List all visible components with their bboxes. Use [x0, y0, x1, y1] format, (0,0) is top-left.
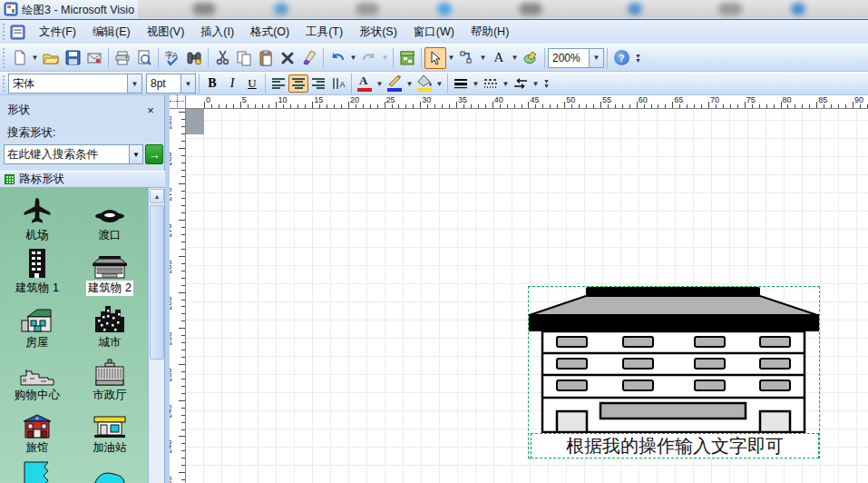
menu-window[interactable]: 窗口(W) — [405, 21, 463, 44]
print-button[interactable] — [112, 47, 133, 69]
mail-button[interactable] — [83, 47, 105, 69]
search-dropdown-icon[interactable]: ▼ — [129, 145, 142, 163]
spelling-button[interactable]: 字A — [161, 47, 183, 69]
new-dropdown[interactable]: ▼ — [30, 48, 40, 68]
line-pattern-dropdown[interactable]: ▼ — [501, 74, 511, 94]
save-disk-icon — [65, 50, 81, 65]
stencil-item-city-hall[interactable]: 市政厅 — [74, 355, 145, 403]
text-tool-dropdown[interactable]: ▼ — [510, 48, 520, 68]
search-input[interactable]: 在此键入搜索条件 ▼ — [4, 144, 143, 164]
copy-button[interactable] — [233, 47, 255, 69]
new-button[interactable] — [8, 47, 30, 69]
connector-tool-button[interactable] — [456, 47, 478, 69]
ferry-icon — [93, 204, 126, 226]
stencil-item-house[interactable]: 房屋 — [2, 302, 73, 350]
line-color-dropdown[interactable]: ▼ — [405, 74, 414, 94]
stencil-item-lake-partial[interactable] — [2, 460, 73, 483]
background-window-blur — [138, 0, 868, 18]
line-color-button[interactable] — [385, 74, 405, 93]
align-right-button[interactable] — [308, 74, 328, 93]
paste-button[interactable] — [255, 47, 277, 69]
research-button[interactable] — [183, 47, 205, 69]
pointer-dropdown[interactable]: ▼ — [446, 48, 456, 68]
drawing-canvas[interactable]: 根据我的操作输入文字即可 — [186, 109, 868, 483]
open-button[interactable] — [40, 47, 62, 69]
redo-button[interactable] — [358, 47, 380, 69]
underline-button[interactable]: U — [242, 74, 262, 93]
align-center-button[interactable] — [288, 74, 308, 93]
building-2-shape[interactable] — [528, 286, 820, 433]
menu-insert[interactable]: 插入(I) — [192, 21, 242, 44]
building-1-icon — [25, 248, 49, 279]
stencil-scrollbar[interactable]: ▲ — [148, 188, 164, 483]
undo-button[interactable] — [327, 47, 348, 69]
menu-shape[interactable]: 形状(S) — [351, 21, 405, 44]
menu-file[interactable]: 文件(F) — [31, 21, 84, 44]
stencil-shape-list: 机场 渡口 建筑物 1 建筑物 2 房屋 城市 — [0, 188, 148, 483]
stencil-item-building-2[interactable]: 建筑物 2 — [74, 248, 145, 296]
line-weight-dropdown[interactable]: ▼ — [471, 74, 481, 94]
font-size-combobox[interactable]: 8pt ▼ — [146, 74, 196, 94]
close-icon[interactable]: × — [143, 104, 158, 117]
menu-tools[interactable]: 工具(T) — [297, 21, 351, 44]
menu-edit[interactable]: 编辑(E) — [84, 21, 139, 44]
scrollbar-thumb[interactable] — [150, 205, 164, 360]
fill-color-dropdown[interactable]: ▼ — [434, 74, 444, 94]
zoom-dropdown-icon[interactable]: ▼ — [589, 49, 603, 67]
menu-view[interactable]: 视图(V) — [139, 21, 193, 44]
toolbar-grip-2[interactable] — [2, 74, 6, 92]
connector-dropdown[interactable]: ▼ — [478, 48, 488, 68]
undo-dropdown[interactable]: ▼ — [348, 48, 358, 68]
print-preview-button[interactable] — [133, 47, 155, 69]
drawing-tool-button[interactable] — [520, 47, 541, 69]
vertical-ruler: 285280275270265260255250245240235 — [170, 109, 186, 483]
zoom-combobox[interactable]: 200% ▼ — [548, 48, 604, 68]
menu-help[interactable]: 帮助(H) — [463, 21, 517, 44]
menu-format[interactable]: 格式(O) — [242, 21, 297, 44]
line-ends-button[interactable] — [511, 74, 531, 93]
font-color-button[interactable]: A — [355, 74, 375, 93]
formatting-toolbar-overflow[interactable]: ▼▼ — [541, 73, 552, 94]
stencil-section-bar[interactable]: 路标形状 — [0, 171, 165, 188]
delete-button[interactable] — [277, 47, 298, 69]
line-weight-button[interactable] — [451, 74, 471, 93]
redo-dropdown[interactable]: ▼ — [380, 48, 390, 68]
vertical-text-button[interactable]: A — [328, 74, 348, 93]
scroll-up-icon[interactable]: ▲ — [150, 189, 164, 203]
italic-button[interactable]: I — [222, 74, 242, 93]
toolbar-grip[interactable] — [2, 47, 6, 68]
toolbar-options-overflow[interactable]: ▼▼ — [632, 47, 644, 69]
font-size-value: 8pt — [147, 77, 180, 90]
stencil-item-building-1[interactable]: 建筑物 1 — [2, 248, 73, 296]
stencil-item-shopping-center[interactable]: 购物中心 — [2, 355, 73, 403]
stencil-item-ferry[interactable]: 渡口 — [74, 195, 145, 243]
stencil-item-hotel[interactable]: 旅馆 — [2, 408, 73, 456]
stencil-grid-icon — [5, 174, 15, 184]
font-name-combobox[interactable]: 宋体 ▼ — [8, 74, 142, 94]
search-go-button[interactable]: → — [145, 144, 163, 164]
stencil-item-pond-partial[interactable] — [74, 466, 145, 483]
line-ends-dropdown[interactable]: ▼ — [531, 74, 541, 94]
format-painter-button[interactable] — [298, 47, 320, 69]
bold-button[interactable]: B — [202, 74, 222, 93]
stencil-item-airport[interactable]: 机场 — [2, 195, 73, 243]
line-ends-arrows-icon — [512, 77, 529, 90]
cut-button[interactable] — [211, 47, 233, 69]
search-shapes-label: 搜索形状: — [7, 125, 55, 141]
align-left-button[interactable] — [268, 74, 288, 93]
stencil-item-gas-station[interactable]: 加油站 — [74, 408, 145, 456]
font-size-dropdown-icon[interactable]: ▼ — [180, 74, 195, 93]
shape-window-button[interactable] — [396, 47, 418, 69]
line-pattern-button[interactable] — [481, 74, 501, 93]
text-tool-button[interactable]: A — [488, 47, 510, 69]
shape-text-box[interactable]: 根据我的操作输入文字即可 — [531, 433, 819, 458]
visio-app-icon — [4, 2, 18, 16]
pointer-tool-button[interactable] — [424, 47, 446, 69]
font-name-dropdown-icon[interactable]: ▼ — [127, 74, 141, 93]
save-button[interactable] — [62, 47, 83, 69]
font-color-dropdown[interactable]: ▼ — [375, 74, 385, 94]
help-button[interactable]: ? — [610, 47, 632, 69]
stencil-item-city[interactable]: 城市 — [74, 302, 145, 350]
menubar-grip[interactable] — [2, 23, 6, 42]
fill-color-button[interactable] — [414, 74, 434, 93]
